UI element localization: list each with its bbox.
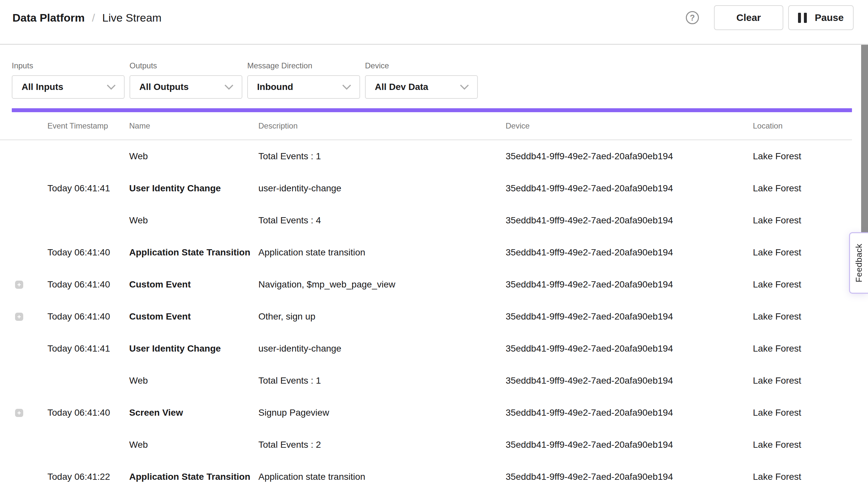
expand-plus-icon[interactable] xyxy=(15,313,23,321)
cell-description: Total Events : 4 xyxy=(258,215,506,226)
table-row[interactable]: Today 06:41:40 Custom Event Other, sign … xyxy=(0,301,852,333)
table-row[interactable]: Web Total Events : 1 35eddb41-9ff9-49e2-… xyxy=(0,140,852,172)
cell-location: Lake Forest xyxy=(753,215,852,226)
filter-label: Inputs xyxy=(12,61,125,70)
cell-name: Application State Transition xyxy=(129,247,258,258)
help-icon[interactable]: ? xyxy=(686,11,699,24)
cell-location: Lake Forest xyxy=(753,311,852,322)
cell-location: Lake Forest xyxy=(753,343,852,354)
cell-device: 35eddb41-9ff9-49e2-7aed-20afa90eb194 xyxy=(506,183,753,193)
cell-event-timestamp: Today 06:41:22 xyxy=(48,472,129,482)
cell-location: Lake Forest xyxy=(753,247,852,258)
cell-name: User Identity Change xyxy=(129,343,258,354)
expand-cell xyxy=(0,377,48,385)
cell-location: Lake Forest xyxy=(753,183,852,193)
cell-name: Screen View xyxy=(129,407,258,418)
table-row[interactable]: Web Total Events : 1 35eddb41-9ff9-49e2-… xyxy=(0,365,852,397)
cell-name: Web xyxy=(129,151,258,161)
cell-device: 35eddb41-9ff9-49e2-7aed-20afa90eb194 xyxy=(506,247,753,258)
header-actions: ? Clear Pause xyxy=(686,5,854,30)
cell-name: Web xyxy=(129,439,258,450)
cell-location: Lake Forest xyxy=(753,472,852,482)
breadcrumb-root[interactable]: Data Platform xyxy=(12,11,85,24)
cell-device: 35eddb41-9ff9-49e2-7aed-20afa90eb194 xyxy=(506,151,753,161)
filters-row: Inputs All Inputs Outputs All Outputs Me… xyxy=(0,45,868,99)
cell-name: Custom Event xyxy=(129,279,258,290)
column-header: Description xyxy=(258,121,506,130)
breadcrumb: Data Platform / Live Stream xyxy=(12,11,161,24)
filter-selected-value: All Inputs xyxy=(22,82,63,92)
expand-cell xyxy=(0,152,48,160)
clear-button-label: Clear xyxy=(736,12,761,23)
filter-select[interactable]: All Outputs xyxy=(129,75,242,99)
expand-cell xyxy=(0,473,48,481)
expand-cell xyxy=(0,281,48,289)
stream-accent-bar xyxy=(12,108,852,112)
filter-select[interactable]: All Dev Data xyxy=(365,75,478,99)
cell-description: Application state transition xyxy=(258,472,506,482)
cell-description: Other, sign up xyxy=(258,311,506,322)
cell-event-timestamp: Today 06:41:40 xyxy=(48,279,129,290)
filter-select[interactable]: Inbound xyxy=(247,75,360,99)
column-header: Location xyxy=(753,121,852,130)
pause-button[interactable]: Pause xyxy=(788,5,854,30)
live-stream-table: Event TimestampNameDescriptionDeviceLoca… xyxy=(0,112,852,486)
expand-plus-icon[interactable] xyxy=(15,281,23,289)
table-row[interactable]: Web Total Events : 2 35eddb41-9ff9-49e2-… xyxy=(0,429,852,461)
cell-event-timestamp: Today 06:41:40 xyxy=(48,311,129,322)
table-row[interactable]: Web Total Events : 4 35eddb41-9ff9-49e2-… xyxy=(0,204,852,237)
cell-description: user-identity-change xyxy=(258,343,506,354)
filter-selected-value: All Dev Data xyxy=(375,82,428,92)
table-row[interactable]: Today 06:41:41 User Identity Change user… xyxy=(0,333,852,365)
cell-location: Lake Forest xyxy=(753,407,852,418)
cell-event-timestamp: Today 06:41:40 xyxy=(48,407,129,418)
cell-location: Lake Forest xyxy=(753,375,852,386)
chevron-down-icon xyxy=(106,84,116,90)
filter-inputs: Inputs All Inputs xyxy=(12,61,125,99)
cell-device: 35eddb41-9ff9-49e2-7aed-20afa90eb194 xyxy=(506,215,753,226)
filter-selected-value: Inbound xyxy=(257,82,293,92)
cell-location: Lake Forest xyxy=(753,151,852,161)
expand-cell xyxy=(0,313,48,321)
cell-device: 35eddb41-9ff9-49e2-7aed-20afa90eb194 xyxy=(506,375,753,386)
feedback-tab[interactable]: Feedback xyxy=(849,232,868,294)
cell-device: 35eddb41-9ff9-49e2-7aed-20afa90eb194 xyxy=(506,439,753,450)
page-title: Live Stream xyxy=(102,11,161,24)
vertical-scrollbar-thumb[interactable] xyxy=(861,45,868,233)
cell-location: Lake Forest xyxy=(753,279,852,290)
cell-event-timestamp: Today 06:41:41 xyxy=(48,183,129,193)
filter-selected-value: All Outputs xyxy=(139,82,189,92)
table-row[interactable]: Today 06:41:22 Application State Transit… xyxy=(0,461,852,486)
filter-device: Device All Dev Data xyxy=(365,61,478,99)
table-header-row: Event TimestampNameDescriptionDeviceLoca… xyxy=(0,112,852,140)
cell-name: Custom Event xyxy=(129,311,258,322)
expand-plus-icon[interactable] xyxy=(15,409,23,417)
chevron-down-icon xyxy=(460,84,469,90)
cell-description: Signup Pageview xyxy=(258,407,506,418)
cell-name: Web xyxy=(129,375,258,386)
cell-description: Total Events : 2 xyxy=(258,439,506,450)
feedback-tab-label: Feedback xyxy=(854,244,864,282)
cell-description: Application state transition xyxy=(258,247,506,258)
filter-select[interactable]: All Inputs xyxy=(12,75,125,99)
column-header: Device xyxy=(506,121,753,130)
clear-button[interactable]: Clear xyxy=(714,5,783,30)
filter-message-direction: Message Direction Inbound xyxy=(247,61,360,99)
cell-device: 35eddb41-9ff9-49e2-7aed-20afa90eb194 xyxy=(506,472,753,482)
table-row[interactable]: Today 06:41:40 Screen View Signup Pagevi… xyxy=(0,397,852,429)
cell-event-timestamp: Today 06:41:40 xyxy=(48,247,129,258)
chevron-down-icon xyxy=(224,84,234,90)
expand-cell xyxy=(0,345,48,353)
cell-location: Lake Forest xyxy=(753,439,852,450)
table-row[interactable]: Today 06:41:41 User Identity Change user… xyxy=(0,172,852,204)
cell-description: Total Events : 1 xyxy=(258,151,506,161)
expand-cell xyxy=(0,409,48,417)
column-header: Name xyxy=(129,121,258,130)
cell-name: User Identity Change xyxy=(129,183,258,193)
cell-device: 35eddb41-9ff9-49e2-7aed-20afa90eb194 xyxy=(506,279,753,290)
table-row[interactable]: Today 06:41:40 Custom Event Navigation, … xyxy=(0,269,852,301)
expand-cell xyxy=(0,184,48,193)
app-header: Data Platform / Live Stream ? Clear Paus… xyxy=(0,0,868,45)
table-row[interactable]: Today 06:41:40 Application State Transit… xyxy=(0,237,852,269)
cell-device: 35eddb41-9ff9-49e2-7aed-20afa90eb194 xyxy=(506,311,753,322)
